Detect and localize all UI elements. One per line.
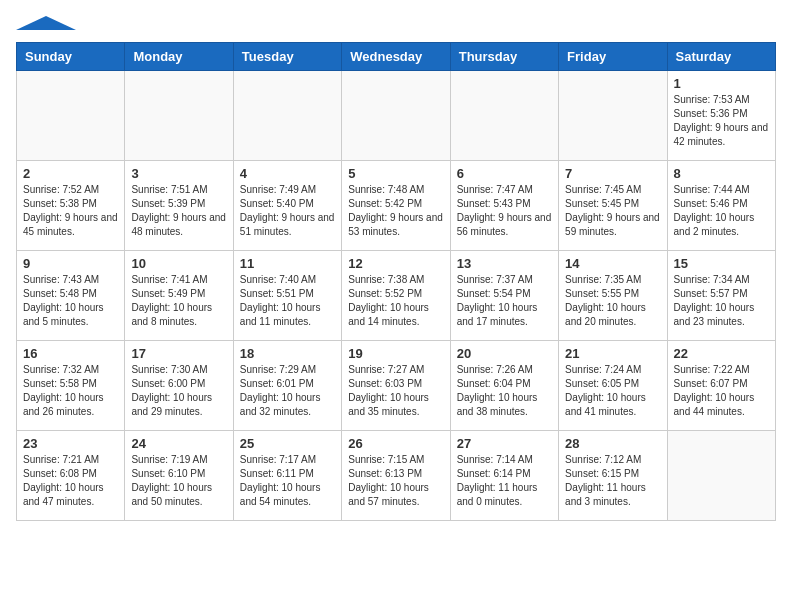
- day-cell: 27Sunrise: 7:14 AM Sunset: 6:14 PM Dayli…: [450, 431, 558, 521]
- day-cell: [559, 71, 667, 161]
- day-number: 23: [23, 436, 118, 451]
- day-info: Sunrise: 7:32 AM Sunset: 5:58 PM Dayligh…: [23, 363, 118, 419]
- day-number: 1: [674, 76, 769, 91]
- day-number: 15: [674, 256, 769, 271]
- day-cell: 7Sunrise: 7:45 AM Sunset: 5:45 PM Daylig…: [559, 161, 667, 251]
- day-number: 6: [457, 166, 552, 181]
- day-cell: 9Sunrise: 7:43 AM Sunset: 5:48 PM Daylig…: [17, 251, 125, 341]
- day-info: Sunrise: 7:51 AM Sunset: 5:39 PM Dayligh…: [131, 183, 226, 239]
- day-cell: 13Sunrise: 7:37 AM Sunset: 5:54 PM Dayli…: [450, 251, 558, 341]
- day-info: Sunrise: 7:43 AM Sunset: 5:48 PM Dayligh…: [23, 273, 118, 329]
- day-info: Sunrise: 7:38 AM Sunset: 5:52 PM Dayligh…: [348, 273, 443, 329]
- day-info: Sunrise: 7:19 AM Sunset: 6:10 PM Dayligh…: [131, 453, 226, 509]
- day-info: Sunrise: 7:29 AM Sunset: 6:01 PM Dayligh…: [240, 363, 335, 419]
- day-cell: [342, 71, 450, 161]
- day-info: Sunrise: 7:48 AM Sunset: 5:42 PM Dayligh…: [348, 183, 443, 239]
- col-header-sunday: Sunday: [17, 43, 125, 71]
- col-header-saturday: Saturday: [667, 43, 775, 71]
- day-info: Sunrise: 7:21 AM Sunset: 6:08 PM Dayligh…: [23, 453, 118, 509]
- day-cell: 3Sunrise: 7:51 AM Sunset: 5:39 PM Daylig…: [125, 161, 233, 251]
- day-info: Sunrise: 7:49 AM Sunset: 5:40 PM Dayligh…: [240, 183, 335, 239]
- day-cell: 25Sunrise: 7:17 AM Sunset: 6:11 PM Dayli…: [233, 431, 341, 521]
- day-number: 2: [23, 166, 118, 181]
- day-info: Sunrise: 7:22 AM Sunset: 6:07 PM Dayligh…: [674, 363, 769, 419]
- day-info: Sunrise: 7:45 AM Sunset: 5:45 PM Dayligh…: [565, 183, 660, 239]
- logo-icon: [16, 16, 76, 30]
- day-cell: [125, 71, 233, 161]
- day-info: Sunrise: 7:40 AM Sunset: 5:51 PM Dayligh…: [240, 273, 335, 329]
- day-cell: 16Sunrise: 7:32 AM Sunset: 5:58 PM Dayli…: [17, 341, 125, 431]
- day-cell: 22Sunrise: 7:22 AM Sunset: 6:07 PM Dayli…: [667, 341, 775, 431]
- week-row-1: 1Sunrise: 7:53 AM Sunset: 5:36 PM Daylig…: [17, 71, 776, 161]
- day-cell: [450, 71, 558, 161]
- day-info: Sunrise: 7:41 AM Sunset: 5:49 PM Dayligh…: [131, 273, 226, 329]
- day-number: 18: [240, 346, 335, 361]
- day-number: 8: [674, 166, 769, 181]
- day-number: 5: [348, 166, 443, 181]
- day-number: 14: [565, 256, 660, 271]
- day-cell: 17Sunrise: 7:30 AM Sunset: 6:00 PM Dayli…: [125, 341, 233, 431]
- day-number: 22: [674, 346, 769, 361]
- day-info: Sunrise: 7:35 AM Sunset: 5:55 PM Dayligh…: [565, 273, 660, 329]
- day-number: 24: [131, 436, 226, 451]
- day-cell: 28Sunrise: 7:12 AM Sunset: 6:15 PM Dayli…: [559, 431, 667, 521]
- day-cell: 20Sunrise: 7:26 AM Sunset: 6:04 PM Dayli…: [450, 341, 558, 431]
- day-cell: [667, 431, 775, 521]
- day-number: 17: [131, 346, 226, 361]
- day-number: 25: [240, 436, 335, 451]
- day-info: Sunrise: 7:37 AM Sunset: 5:54 PM Dayligh…: [457, 273, 552, 329]
- col-header-thursday: Thursday: [450, 43, 558, 71]
- day-number: 4: [240, 166, 335, 181]
- day-cell: [17, 71, 125, 161]
- day-number: 19: [348, 346, 443, 361]
- day-number: 21: [565, 346, 660, 361]
- day-info: Sunrise: 7:24 AM Sunset: 6:05 PM Dayligh…: [565, 363, 660, 419]
- day-info: Sunrise: 7:47 AM Sunset: 5:43 PM Dayligh…: [457, 183, 552, 239]
- day-number: 9: [23, 256, 118, 271]
- day-cell: 4Sunrise: 7:49 AM Sunset: 5:40 PM Daylig…: [233, 161, 341, 251]
- col-header-friday: Friday: [559, 43, 667, 71]
- day-cell: 23Sunrise: 7:21 AM Sunset: 6:08 PM Dayli…: [17, 431, 125, 521]
- day-number: 27: [457, 436, 552, 451]
- col-header-tuesday: Tuesday: [233, 43, 341, 71]
- day-cell: 5Sunrise: 7:48 AM Sunset: 5:42 PM Daylig…: [342, 161, 450, 251]
- day-number: 7: [565, 166, 660, 181]
- day-number: 13: [457, 256, 552, 271]
- day-info: Sunrise: 7:53 AM Sunset: 5:36 PM Dayligh…: [674, 93, 769, 149]
- day-info: Sunrise: 7:17 AM Sunset: 6:11 PM Dayligh…: [240, 453, 335, 509]
- col-header-monday: Monday: [125, 43, 233, 71]
- day-info: Sunrise: 7:27 AM Sunset: 6:03 PM Dayligh…: [348, 363, 443, 419]
- day-number: 26: [348, 436, 443, 451]
- day-number: 16: [23, 346, 118, 361]
- day-cell: 24Sunrise: 7:19 AM Sunset: 6:10 PM Dayli…: [125, 431, 233, 521]
- svg-marker-0: [16, 16, 76, 30]
- day-info: Sunrise: 7:12 AM Sunset: 6:15 PM Dayligh…: [565, 453, 660, 509]
- day-info: Sunrise: 7:15 AM Sunset: 6:13 PM Dayligh…: [348, 453, 443, 509]
- day-number: 10: [131, 256, 226, 271]
- day-info: Sunrise: 7:14 AM Sunset: 6:14 PM Dayligh…: [457, 453, 552, 509]
- week-row-3: 9Sunrise: 7:43 AM Sunset: 5:48 PM Daylig…: [17, 251, 776, 341]
- day-cell: 18Sunrise: 7:29 AM Sunset: 6:01 PM Dayli…: [233, 341, 341, 431]
- day-number: 20: [457, 346, 552, 361]
- col-header-wednesday: Wednesday: [342, 43, 450, 71]
- day-info: Sunrise: 7:34 AM Sunset: 5:57 PM Dayligh…: [674, 273, 769, 329]
- calendar-table: SundayMondayTuesdayWednesdayThursdayFrid…: [16, 42, 776, 521]
- day-cell: 19Sunrise: 7:27 AM Sunset: 6:03 PM Dayli…: [342, 341, 450, 431]
- page-header: [16, 16, 776, 34]
- day-cell: 1Sunrise: 7:53 AM Sunset: 5:36 PM Daylig…: [667, 71, 775, 161]
- day-info: Sunrise: 7:30 AM Sunset: 6:00 PM Dayligh…: [131, 363, 226, 419]
- day-info: Sunrise: 7:52 AM Sunset: 5:38 PM Dayligh…: [23, 183, 118, 239]
- day-cell: 15Sunrise: 7:34 AM Sunset: 5:57 PM Dayli…: [667, 251, 775, 341]
- day-cell: 11Sunrise: 7:40 AM Sunset: 5:51 PM Dayli…: [233, 251, 341, 341]
- day-number: 12: [348, 256, 443, 271]
- day-cell: 21Sunrise: 7:24 AM Sunset: 6:05 PM Dayli…: [559, 341, 667, 431]
- day-number: 11: [240, 256, 335, 271]
- day-cell: 12Sunrise: 7:38 AM Sunset: 5:52 PM Dayli…: [342, 251, 450, 341]
- day-info: Sunrise: 7:26 AM Sunset: 6:04 PM Dayligh…: [457, 363, 552, 419]
- week-row-4: 16Sunrise: 7:32 AM Sunset: 5:58 PM Dayli…: [17, 341, 776, 431]
- calendar-header-row: SundayMondayTuesdayWednesdayThursdayFrid…: [17, 43, 776, 71]
- week-row-5: 23Sunrise: 7:21 AM Sunset: 6:08 PM Dayli…: [17, 431, 776, 521]
- day-cell: 26Sunrise: 7:15 AM Sunset: 6:13 PM Dayli…: [342, 431, 450, 521]
- day-cell: 6Sunrise: 7:47 AM Sunset: 5:43 PM Daylig…: [450, 161, 558, 251]
- week-row-2: 2Sunrise: 7:52 AM Sunset: 5:38 PM Daylig…: [17, 161, 776, 251]
